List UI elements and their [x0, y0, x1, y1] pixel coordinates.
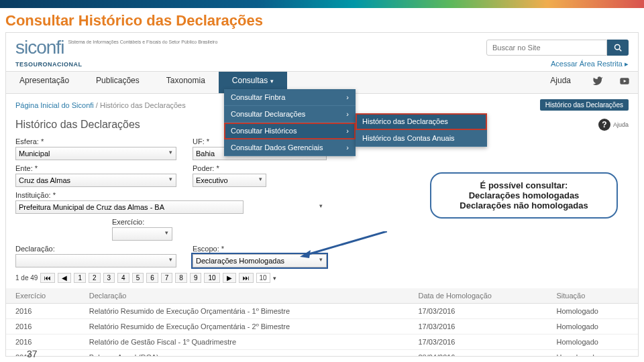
table-cell: Balanço Anual (DCA)	[80, 350, 409, 357]
pager-page-6[interactable]: 6	[146, 273, 158, 283]
logo: siconfi Sistema de Informações Contábeis…	[15, 37, 217, 58]
pager-last[interactable]: ⏭	[239, 273, 254, 283]
select-instituicao[interactable]	[15, 200, 244, 214]
table-cell: Homologado	[547, 319, 639, 335]
select-esfera[interactable]	[15, 147, 176, 160]
label-exercicio: Exercício:	[112, 218, 186, 226]
pager-page-2[interactable]: 2	[89, 273, 101, 283]
table-cell: Homologado	[547, 350, 639, 357]
pager-pagesize[interactable]: 10	[256, 273, 270, 283]
app-frame: siconfi Sistema de Informações Contábeis…	[5, 32, 639, 357]
slide-title: Consultar Histórico das Declarações	[0, 8, 644, 32]
dd-consultar-declaracoes[interactable]: Consultar Declarações›	[224, 106, 356, 123]
table-cell: 17/03/2016	[409, 319, 547, 335]
th-situacao[interactable]: Situação	[547, 288, 639, 304]
breadcrumb-current: Histórico das Declarações	[100, 101, 186, 109]
breadcrumb: Página Inicial do Siconfi / Histórico da…	[15, 101, 186, 109]
table-cell: Relatório de Gestão Fiscal - 1º Quadrime…	[80, 335, 409, 350]
dd-historico-declaracoes[interactable]: Histórico das Declarações	[356, 113, 487, 130]
svg-marker-5	[300, 250, 311, 258]
select-declaracao[interactable]	[15, 254, 176, 267]
nav-publicacoes[interactable]: Publicações	[83, 72, 153, 93]
select-ente[interactable]	[15, 174, 176, 187]
pager-label: 1 de 49	[15, 274, 38, 282]
table-cell: 17/03/2016	[409, 304, 547, 319]
dd-consultar-historicos[interactable]: Consultar Históricos›	[224, 123, 356, 139]
restricted-area-link[interactable]: Acessar Área Restrita ▸	[551, 60, 629, 68]
historicos-submenu: Histórico das Declarações Histórico das …	[356, 113, 487, 147]
table-cell: 2016	[6, 335, 80, 350]
chevron-right-icon: ›	[346, 93, 349, 101]
top-gradient-bar	[0, 0, 644, 8]
chevron-right-icon: ›	[346, 110, 349, 118]
chevron-right-icon: ›	[346, 127, 349, 135]
pager-prev[interactable]: ◀	[58, 273, 71, 283]
logo-text: siconfi	[15, 37, 64, 58]
dd-historico-contas-anuais[interactable]: Histórico das Contas Anuais	[356, 130, 487, 147]
pager-page-1[interactable]: 1	[74, 273, 86, 283]
youtube-icon[interactable]	[611, 72, 638, 93]
table-row[interactable]: 2016Relatório Resumido de Execução Orçam…	[6, 319, 638, 335]
table-cell: Relatório Resumido de Execução Orçamentá…	[80, 319, 409, 335]
table-cell: 28/04/2016	[409, 350, 547, 357]
consultas-dropdown: Consultar Finbra› Consultar Declarações›…	[224, 89, 356, 156]
table-row[interactable]: 2016Relatório de Gestão Fiscal - 1º Quad…	[6, 335, 638, 350]
pager-page-9[interactable]: 9	[190, 273, 202, 283]
select-poder[interactable]	[193, 174, 266, 187]
nav-apresentacao[interactable]: Apresentação	[6, 72, 83, 93]
table-cell: Relatório Resumido de Execução Orçamentá…	[80, 304, 409, 319]
pager-first[interactable]: ⏮	[40, 273, 55, 283]
page-title: Histórico das Declarações	[15, 119, 140, 131]
th-exercicio[interactable]: Exercício	[6, 288, 80, 304]
nav-taxonomia[interactable]: Taxonomia	[153, 72, 219, 93]
tesouro-label: TesouroNacional	[15, 61, 83, 68]
pager-page-4[interactable]: 4	[117, 273, 129, 283]
callout-line2: Declarações homologadas	[441, 190, 607, 200]
nav-ajuda[interactable]: Ajuda	[537, 72, 584, 93]
table-row[interactable]: 2015Balanço Anual (DCA)28/04/2016Homolog…	[6, 350, 638, 357]
dd-consultar-dados-gerenciais[interactable]: Consultar Dados Gerenciais›	[224, 139, 356, 156]
pager-page-7[interactable]: 7	[161, 273, 173, 283]
pager: 1 de 49 ⏮ ◀ 1 2 3 4 5 6 7 8 9 10 ▶ ⏭ 10▾	[6, 267, 638, 288]
twitter-icon[interactable]	[584, 72, 611, 93]
pager-page-5[interactable]: 5	[132, 273, 144, 283]
dd-consultar-finbra[interactable]: Consultar Finbra›	[224, 89, 356, 106]
pager-next[interactable]: ▶	[223, 273, 236, 283]
table-cell: Homologado	[547, 335, 639, 350]
label-poder: Poder: *	[193, 164, 266, 172]
results-table: Exercício Declaração Data de Homologação…	[6, 288, 638, 357]
help-label: Ajuda	[613, 121, 629, 128]
th-data[interactable]: Data de Homologação	[409, 288, 547, 304]
label-ente: Ente: *	[15, 164, 176, 172]
table-cell: Homologado	[547, 304, 639, 319]
main-nav: Apresentação Publicações Taxonomia Consu…	[6, 71, 638, 94]
table-cell: 2015	[6, 350, 80, 357]
chevron-right-icon: ›	[346, 143, 349, 152]
breadcrumb-home[interactable]: Página Inicial do Siconfi	[15, 101, 94, 109]
pager-page-8[interactable]: 8	[175, 273, 187, 283]
pager-page-3[interactable]: 3	[103, 273, 115, 283]
svg-point-0	[615, 45, 621, 50]
search-input[interactable]	[486, 40, 607, 56]
label-esfera: Esfera: *	[15, 137, 176, 145]
table-cell: 17/03/2016	[409, 335, 547, 350]
svg-line-1	[619, 49, 621, 51]
page-tag: Histórico das Declarações	[540, 99, 629, 111]
label-instituicao: Instituição: *	[15, 191, 327, 199]
help-icon[interactable]: ?	[598, 119, 610, 131]
table-row[interactable]: 2016Relatório Resumido de Execução Orçam…	[6, 304, 638, 319]
pager-page-10[interactable]: 10	[204, 273, 219, 283]
label-declaracao: Declaração:	[15, 245, 176, 253]
search-button[interactable]	[607, 40, 629, 56]
annotation-callout: É possível consultar: Declarações homolo…	[430, 172, 618, 219]
th-declaracao[interactable]: Declaração	[80, 288, 409, 304]
svg-line-4	[307, 231, 387, 255]
table-cell: 2016	[6, 319, 80, 335]
table-cell: 2016	[6, 304, 80, 319]
slide-page-number: 37	[27, 349, 38, 359]
callout-arrow	[300, 231, 387, 258]
search-icon	[614, 44, 622, 52]
select-exercicio[interactable]	[112, 227, 172, 241]
callout-line3: Declarações não homologadas	[441, 200, 607, 210]
callout-line1: É possível consultar:	[441, 180, 607, 190]
